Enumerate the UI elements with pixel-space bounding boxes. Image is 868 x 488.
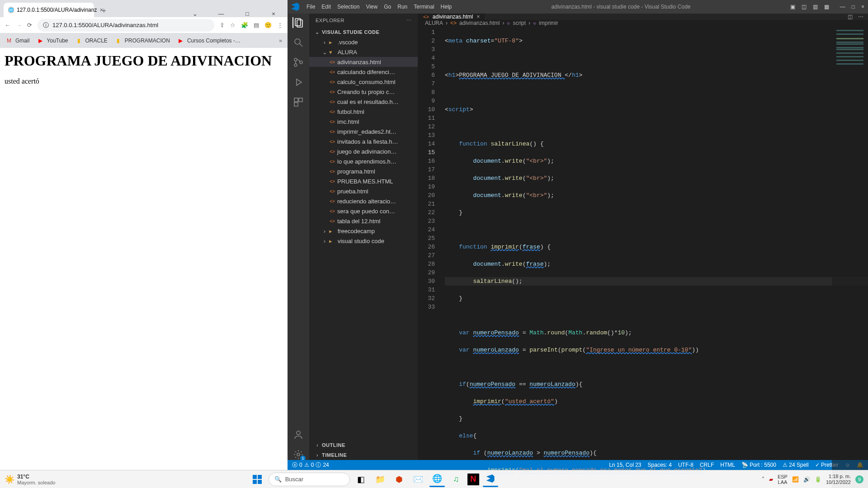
folder-vscode[interactable]: ›▸ .vscode <box>309 37 418 47</box>
file-item[interactable]: <>calculando diferenci… <box>309 67 418 77</box>
profile-avatar[interactable]: 🙂 <box>264 22 272 28</box>
folder-alura[interactable]: ⌄▾ ALURA <box>309 47 418 57</box>
new-tab-button[interactable]: + <box>98 5 110 17</box>
chrome-icon[interactable]: 🌐 <box>429 472 445 487</box>
activity-search-icon[interactable] <box>293 37 304 48</box>
code-content[interactable]: <meta charset="UTF-8"> <h1>PROGRAMA JUEG… <box>440 26 868 488</box>
maximize-icon[interactable]: □ <box>852 4 855 10</box>
file-item[interactable]: <>calculo_consumo.html <box>309 77 418 87</box>
file-item[interactable]: <>programa.html <box>309 166 418 176</box>
chrome-menu-icon[interactable]: ⋮ <box>277 22 283 28</box>
taskbar-search[interactable]: 🔍Buscar <box>269 473 350 486</box>
file-item[interactable]: <>juego de adivinacion… <box>309 146 418 156</box>
minimap[interactable] <box>832 26 868 488</box>
file-item[interactable]: <>tabla del 12.html <box>309 216 418 226</box>
reload-icon[interactable]: ⟳ <box>27 22 32 28</box>
timeline-section[interactable]: ›TIMELINE <box>309 450 418 460</box>
html-file-icon: <> <box>329 129 335 134</box>
file-item[interactable]: <>sera que puedo con… <box>309 206 418 216</box>
notifications-badge[interactable]: 9 <box>855 475 863 483</box>
start-button[interactable] <box>250 472 265 487</box>
workspace-root[interactable]: ⌄VISUAL STUDIE CODE <box>309 27 418 37</box>
vscode-taskbar-icon[interactable] <box>483 472 498 487</box>
share-icon[interactable]: ⇪ <box>220 22 225 28</box>
star-icon[interactable]: ☆ <box>230 22 236 28</box>
chrome-chevron-icon[interactable]: ⌄ <box>184 10 205 17</box>
explorer-more-icon[interactable]: ⋯ <box>406 18 412 23</box>
close-icon[interactable]: × <box>476 14 480 20</box>
file-item[interactable]: <>imprimir_edades2.ht… <box>309 127 418 136</box>
menu-help[interactable]: Help <box>441 4 452 10</box>
language-indicator[interactable]: ESP LAA <box>778 474 788 485</box>
back-icon[interactable]: ← <box>5 22 10 28</box>
outline-section[interactable]: ›OUTLINE <box>309 440 418 450</box>
menu-view[interactable]: View <box>366 4 377 10</box>
close-icon[interactable]: × <box>861 4 864 10</box>
folder-freecodecamp[interactable]: ›▸ freecodecamp <box>309 226 418 236</box>
layout-icon[interactable]: ◫ <box>802 4 807 10</box>
tray-mcafee-icon[interactable]: ▰ <box>769 476 773 483</box>
activity-extensions-icon[interactable] <box>293 97 304 108</box>
layout-icon[interactable]: ▣ <box>790 4 795 10</box>
maximize-icon[interactable]: □ <box>237 10 258 17</box>
chrome-tab-active[interactable]: 🌐 127.0.0.1:5500/ALURA/adivinanz × <box>4 3 94 17</box>
split-editor-icon[interactable]: ◫ <box>848 14 853 20</box>
menu-run[interactable]: Run <box>397 4 407 10</box>
file-item[interactable]: <>reduciendo alteracio… <box>309 196 418 206</box>
bookmark-cursos[interactable]: ▶Cursos Completos -… <box>177 37 241 44</box>
extensions-icon[interactable]: 🧩 <box>241 22 248 28</box>
menu-edit[interactable]: Edit <box>321 4 331 10</box>
file-item[interactable]: <>invitados a la fiesta.h… <box>309 136 418 146</box>
office-icon[interactable]: ⬢ <box>392 472 407 487</box>
activity-explorer-icon[interactable] <box>292 17 303 28</box>
bookmark-gmail[interactable]: MGmail <box>5 37 29 44</box>
bookmark-oracle[interactable]: ▮ORACLE <box>75 37 108 44</box>
html-file-icon: <> <box>329 189 335 194</box>
editor-more-icon[interactable]: ⋯ <box>858 14 863 20</box>
file-explorer-icon[interactable]: 📁 <box>373 472 388 487</box>
address-bar[interactable]: ⓘ 127.0.0.1:5500/ALURA/adivinanzas.html <box>38 19 214 32</box>
activity-settings-icon[interactable]: 1 <box>293 449 304 460</box>
spotify-icon[interactable]: ♫ <box>448 472 464 487</box>
menu-terminal[interactable]: Terminal <box>414 4 434 10</box>
minimize-icon[interactable]: — <box>211 10 231 17</box>
file-item[interactable]: <>prueba.html <box>309 186 418 196</box>
activity-account-icon[interactable] <box>293 429 304 440</box>
tray-volume-icon[interactable]: 🔊 <box>803 476 810 483</box>
activity-scm-icon[interactable] <box>293 57 304 68</box>
task-view-icon[interactable]: ◧ <box>354 472 369 487</box>
tray-battery-icon[interactable]: 🔋 <box>815 476 821 483</box>
file-item[interactable]: <>imc.html <box>309 117 418 127</box>
layout-icon[interactable]: ▥ <box>813 4 818 10</box>
editor-tab-active[interactable]: <> adivinanzas.html × <box>418 14 486 20</box>
bookmark-programacion[interactable]: ▮PROGRAMACION <box>115 37 170 44</box>
bookmark-youtube[interactable]: ▶YouTube <box>37 37 68 44</box>
bookmarks-overflow-icon[interactable]: » <box>279 38 282 44</box>
activity-debug-icon[interactable] <box>293 77 304 88</box>
tray-chevron-icon[interactable]: ˄ <box>762 476 764 483</box>
layout-icon[interactable]: ▦ <box>824 4 829 10</box>
file-item[interactable]: <>Creando tu propio c… <box>309 87 418 97</box>
file-item[interactable]: <>adivinanzas.html <box>309 57 418 67</box>
minimize-icon[interactable]: — <box>840 4 845 10</box>
file-item[interactable]: <>lo que aprendimos.h… <box>309 156 418 166</box>
close-icon[interactable]: × <box>263 10 284 17</box>
menu-file[interactable]: File <box>307 4 315 10</box>
file-item[interactable]: <>futbol.html <box>309 107 418 117</box>
tray-wifi-icon[interactable]: 📶 <box>792 476 799 483</box>
netflix-icon[interactable]: N <box>467 474 479 485</box>
taskbar-clock[interactable]: 1:18 p. m. 10/12/2022 <box>826 474 851 485</box>
status-problems[interactable]: ⓧ0 ⚠0 ⓘ24 <box>292 461 329 469</box>
side-panel-icon[interactable]: ▤ <box>254 22 259 28</box>
breadcrumbs[interactable]: ALURA› <>adivinanzas.html› ⟐script› ⟐imp… <box>418 20 868 26</box>
file-item[interactable]: <>PRUEBA MES.HTML <box>309 176 418 186</box>
mail-icon[interactable]: ✉️ <box>410 472 426 487</box>
folder-visualstudio[interactable]: ›▸ visual studio code <box>309 236 418 246</box>
taskbar-weather[interactable]: ☀️ 31°C Mayorm. soleado <box>5 474 55 485</box>
menu-selection[interactable]: Selection <box>337 4 359 10</box>
site-info-icon[interactable]: ⓘ <box>43 21 49 29</box>
menu-go[interactable]: Go <box>384 4 391 10</box>
forward-icon[interactable]: → <box>16 22 22 28</box>
code-editor[interactable]: 1234567891011121314151617181920212223242… <box>418 26 868 488</box>
file-item[interactable]: <>cual es el resultado.h… <box>309 97 418 107</box>
